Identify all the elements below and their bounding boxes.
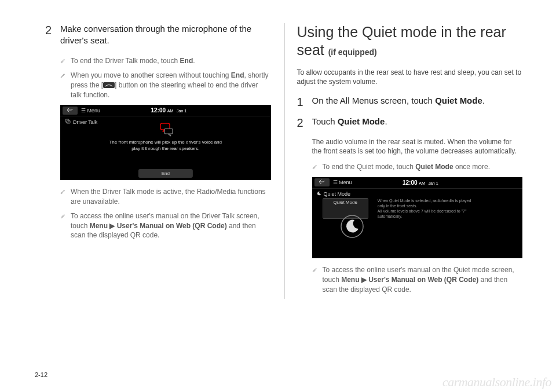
svg-rect-2 <box>67 120 70 123</box>
note-text: To end the Quiet mode, touch Quiet Mode … <box>323 162 523 173</box>
step-number: 2 <box>45 23 53 52</box>
svg-rect-1 <box>65 119 69 122</box>
talk-bubbles-icon <box>157 122 174 138</box>
clock: 12:00 AM Jan 1 <box>356 179 520 186</box>
note-text: To end the Driver Talk mode, touch End. <box>71 56 271 67</box>
step-2: 2 Make conversation through the micropho… <box>45 23 271 52</box>
note-steering: When you move to another screen without … <box>60 71 271 100</box>
pencil-icon <box>60 212 66 240</box>
step-number: 2 <box>297 116 305 132</box>
note-qr-manual-quiet: To access the online user's manual on th… <box>312 265 523 294</box>
note-end-quiet: To end the Quiet mode, touch Quiet Mode … <box>312 162 523 173</box>
clock: 12:00 AM Jan 1 <box>104 107 268 113</box>
note-text: When the Driver Talk mode is active, the… <box>71 187 271 207</box>
quiet-mode-desc: When Quiet Mode is selected, radio/media… <box>378 198 471 219</box>
step-text: Touch Quiet Mode. <box>312 116 523 127</box>
left-column: 2 Make conversation through the micropho… <box>35 23 284 299</box>
talk-icon-small <box>65 119 71 126</box>
steering-button-icon <box>103 81 115 91</box>
step-2-right: 2 Touch Quiet Mode. <box>297 116 523 132</box>
quiet-mode-screenshot: ☰ Menu 12:00 AM Jan 1 Quiet Mode Quiet M… <box>312 177 523 258</box>
step-text: Make conversation through the microphone… <box>60 23 271 47</box>
note-text: To access the online user's manual on th… <box>71 211 271 240</box>
section-intro: To allow occupants in the rear seat to h… <box>297 68 523 87</box>
pencil-icon <box>312 266 318 294</box>
ss-topbar: ☰ Menu 12:00 AM Jan 1 <box>60 105 271 116</box>
back-icon <box>63 107 78 115</box>
end-button: End <box>138 169 193 178</box>
right-column: Using the Quiet mode in the rear seat (i… <box>284 23 533 299</box>
note-radio-unavailable: When the Driver Talk mode is active, the… <box>60 187 271 207</box>
note-text: When you move to another screen without … <box>71 71 271 100</box>
step-number: 1 <box>297 95 305 111</box>
note-qr-manual: To access the online user's manual on th… <box>60 211 271 240</box>
step-1: 1 On the All Menus screen, touch Quiet M… <box>297 95 523 111</box>
section-heading: Using the Quiet mode in the rear seat (i… <box>297 23 523 60</box>
step-text: On the All Menus screen, touch Quiet Mod… <box>312 95 523 107</box>
note-text: To access the online user's manual on th… <box>323 265 523 294</box>
page-content: 2 Make conversation through the micropho… <box>0 0 556 299</box>
pencil-icon <box>60 188 66 207</box>
watermark: carmanualsonline.info <box>442 375 551 390</box>
moon-icon <box>340 214 364 240</box>
pencil-icon <box>60 71 66 100</box>
pencil-icon <box>312 163 318 173</box>
back-icon <box>314 178 330 186</box>
svg-rect-4 <box>164 129 173 134</box>
note-end: To end the Driver Talk mode, touch End. <box>60 56 271 67</box>
menu-label: ☰ Menu <box>81 108 100 113</box>
driver-talk-screenshot: ☰ Menu 12:00 AM Jan 1 Driver Talk The fr… <box>60 105 271 180</box>
step-description: The audio volume in the rear seat is mut… <box>312 137 523 157</box>
ss-message: The front microphone will pick up the dr… <box>60 140 271 152</box>
ss-topbar: ☰ Menu 12:00 AM Jan 1 <box>312 177 523 189</box>
pencil-icon <box>60 57 66 67</box>
menu-label: ☰ Menu <box>333 179 352 185</box>
page-number: 2-12 <box>35 371 47 378</box>
moon-icon-small <box>317 191 321 197</box>
